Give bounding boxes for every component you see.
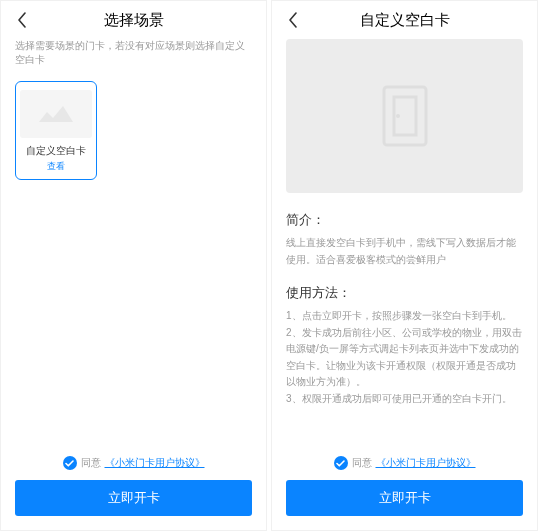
check-icon[interactable] xyxy=(63,456,77,470)
card-placeholder-icon xyxy=(20,90,92,138)
screen-select-scene: 选择场景 选择需要场景的门卡，若没有对应场景则选择自定义空白卡 自定义空白卡 查… xyxy=(0,0,267,531)
usage-heading: 使用方法： xyxy=(286,284,523,302)
agreement-prefix: 同意 xyxy=(352,456,372,470)
page-title: 选择场景 xyxy=(104,11,164,30)
open-card-button[interactable]: 立即开卡 xyxy=(15,480,252,516)
card-view-link[interactable]: 查看 xyxy=(20,160,92,173)
usage-body: 1、点击立即开卡，按照步骤发一张空白卡到手机。 2、发卡成功后前往小区、公司或学… xyxy=(286,308,523,407)
back-icon[interactable] xyxy=(13,11,31,29)
footer: 同意 《小米门卡用户协议》 立即开卡 xyxy=(272,446,537,530)
page-subtitle: 选择需要场景的门卡，若没有对应场景则选择自定义空白卡 xyxy=(1,39,266,81)
intro-heading: 简介： xyxy=(286,211,523,229)
open-card-button[interactable]: 立即开卡 xyxy=(286,480,523,516)
agreement-row: 同意 《小米门卡用户协议》 xyxy=(286,456,523,470)
card-title: 自定义空白卡 xyxy=(20,144,92,158)
screen-blank-card-detail: 自定义空白卡 简介： 线上直接发空白卡到手机中，需线下写入数据后才能使用。适合喜… xyxy=(271,0,538,531)
agreement-prefix: 同意 xyxy=(81,456,101,470)
agreement-link[interactable]: 《小米门卡用户协议》 xyxy=(105,456,205,470)
svg-point-2 xyxy=(396,114,400,118)
header: 选择场景 xyxy=(1,1,266,39)
agreement-link[interactable]: 《小米门卡用户协议》 xyxy=(376,456,476,470)
content-area: 自定义空白卡 查看 xyxy=(1,81,266,446)
card-image-placeholder xyxy=(286,39,523,193)
header: 自定义空白卡 xyxy=(272,1,537,39)
agreement-row: 同意 《小米门卡用户协议》 xyxy=(15,456,252,470)
page-title: 自定义空白卡 xyxy=(360,11,450,30)
blank-card-option[interactable]: 自定义空白卡 查看 xyxy=(15,81,97,180)
check-icon[interactable] xyxy=(334,456,348,470)
footer: 同意 《小米门卡用户协议》 立即开卡 xyxy=(1,446,266,530)
content-area: 简介： 线上直接发空白卡到手机中，需线下写入数据后才能使用。适合喜爱极客模式的尝… xyxy=(272,39,537,446)
intro-body: 线上直接发空白卡到手机中，需线下写入数据后才能使用。适合喜爱极客模式的尝鲜用户 xyxy=(286,235,523,268)
back-icon[interactable] xyxy=(284,11,302,29)
